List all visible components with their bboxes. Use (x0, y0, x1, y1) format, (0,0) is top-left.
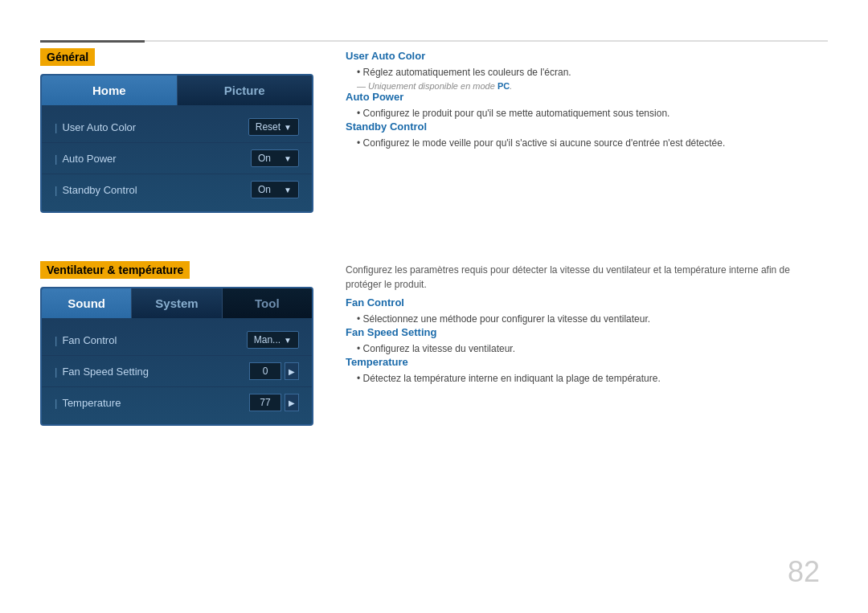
info-text-temp: Détectez la température interne en indiq… (346, 371, 828, 386)
info-header-temp: Temperature (346, 356, 828, 368)
section2-right: Configurez les paramètres requis pour dé… (346, 261, 828, 426)
info-text-uac: Réglez automatiquement les couleurs de l… (346, 65, 828, 80)
control-temperature[interactable]: 77 ▶ (249, 394, 299, 411)
info-user-auto-color: User Auto Color Réglez automatiquement l… (346, 50, 828, 91)
info-fan-speed-setting: Fan Speed Setting Configurez la vitesse … (346, 326, 828, 356)
highlight-pc: PC (497, 81, 510, 91)
info-text-sc: Configurez le mode veille pour qu'il s'a… (346, 136, 828, 150)
section2-rows: Fan Control Man... ▼ Fan Speed Setting 0 (42, 318, 312, 424)
tab-sound[interactable]: Sound (42, 288, 132, 318)
section1-right: User Auto Color Réglez automatiquement l… (346, 48, 828, 213)
arrow-btn-temperature[interactable]: ▶ (285, 394, 299, 411)
dropdown-on-2[interactable]: On ▼ (251, 181, 299, 198)
section2-intro: Configurez les paramètres requis pour dé… (346, 263, 828, 292)
tab-tool[interactable]: Tool (223, 288, 312, 318)
info-auto-power: Auto Power Configurez le produit pour qu… (346, 91, 828, 121)
tab-system[interactable]: System (132, 288, 222, 318)
info-header-uac: User Auto Color (346, 50, 828, 62)
section2-left: Ventilateur & température Sound System T… (40, 261, 313, 426)
dropdown-arrow-2: ▼ (284, 154, 292, 163)
dropdown-arrow-3: ▼ (284, 186, 292, 194)
row-auto-power: Auto Power On ▼ (42, 143, 312, 174)
info-text-ap: Configurez le produit pour qu'il se mett… (346, 106, 828, 121)
section-general: Général Home Picture User Auto Color Res… (40, 48, 828, 213)
top-divider-short (40, 40, 145, 43)
row-fan-control: Fan Control Man... ▼ (42, 325, 312, 356)
info-text-fss: Configurez la vitesse du ventilateur. (346, 341, 828, 356)
control-user-auto-color[interactable]: Reset ▼ (248, 118, 299, 136)
info-text-fc: Sélectionnez une méthode pour configurer… (346, 312, 828, 326)
tab-home[interactable]: Home (42, 76, 178, 105)
section2-tabs: Sound System Tool (42, 288, 312, 318)
dropdown-reset[interactable]: Reset ▼ (248, 118, 299, 136)
tab-picture[interactable]: Picture (178, 76, 313, 105)
value-temperature: 77 (249, 394, 281, 411)
control-fan-control[interactable]: Man... ▼ (247, 331, 299, 349)
section2-title: Ventilateur & température (40, 261, 190, 279)
dropdown-arrow-4: ▼ (284, 336, 292, 345)
label-temperature: Temperature (55, 397, 249, 409)
top-divider (40, 40, 828, 42)
section1-tabs: Home Picture (42, 76, 312, 105)
info-fan-control: Fan Control Sélectionnez une méthode pou… (346, 296, 828, 326)
label-fan-speed: Fan Speed Setting (55, 366, 249, 378)
section1-menu-box: Home Picture User Auto Color Reset ▼ (40, 74, 313, 213)
arrow-btn-fan-speed[interactable]: ▶ (285, 362, 299, 380)
label-auto-power: Auto Power (55, 153, 251, 165)
control-fan-speed[interactable]: 0 ▶ (249, 362, 299, 380)
dropdown-man[interactable]: Man... ▼ (247, 331, 299, 349)
value-fan-speed: 0 (249, 362, 281, 380)
section1-rows: User Auto Color Reset ▼ Auto Power (42, 105, 312, 211)
info-header-fc: Fan Control (346, 296, 828, 309)
row-standby-control: Standby Control On ▼ (42, 174, 312, 205)
info-header-sc: Standby Control (346, 121, 828, 133)
section2-menu-box: Sound System Tool Fan Control Man... ▼ (40, 287, 313, 426)
info-header-ap: Auto Power (346, 91, 828, 103)
info-note-uac: — Uniquement disponible en mode PC. (346, 81, 828, 91)
row-fan-speed: Fan Speed Setting 0 ▶ (42, 356, 312, 387)
section1-title: Général (40, 48, 95, 66)
dropdown-arrow-1: ▼ (284, 123, 292, 132)
row-user-auto-color: User Auto Color Reset ▼ (42, 112, 312, 143)
control-standby-control[interactable]: On ▼ (251, 181, 299, 198)
dropdown-on-1[interactable]: On ▼ (251, 149, 299, 167)
section1-left: Général Home Picture User Auto Color Res… (40, 48, 313, 213)
label-user-auto-color: User Auto Color (55, 121, 248, 133)
control-auto-power[interactable]: On ▼ (251, 149, 299, 167)
label-standby-control: Standby Control (55, 184, 251, 196)
section-ventilateur: Ventilateur & température Sound System T… (40, 261, 828, 426)
row-temperature: Temperature 77 ▶ (42, 387, 312, 418)
info-temperature: Temperature Détectez la température inte… (346, 356, 828, 386)
page-number: 82 (788, 555, 820, 589)
label-fan-control: Fan Control (55, 334, 247, 346)
info-standby-control: Standby Control Configurez le mode veill… (346, 121, 828, 150)
info-header-fss: Fan Speed Setting (346, 326, 828, 338)
